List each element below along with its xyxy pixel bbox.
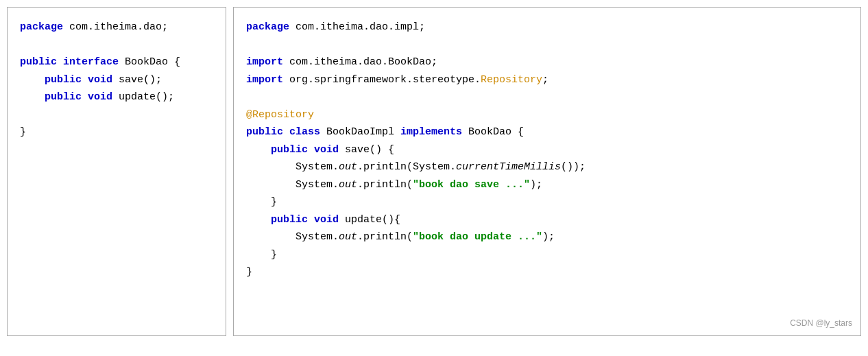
token: import	[246, 56, 289, 68]
code-line	[20, 106, 213, 124]
token: Repository	[481, 74, 542, 86]
token: @Repository	[246, 109, 314, 121]
token: .println(	[357, 231, 413, 243]
token: }	[246, 249, 277, 261]
code-line: System.out.println("book dao save ...");	[246, 176, 848, 194]
code-line: import com.itheima.dao.BookDao;	[246, 54, 848, 71]
code-line: System.out.println(System.currentTimeMil…	[246, 158, 848, 176]
code-line	[20, 36, 213, 54]
code-line	[246, 36, 848, 54]
code-line: }	[246, 193, 848, 211]
token: public	[20, 56, 63, 68]
code-line: public interface BookDao {	[20, 54, 213, 71]
token: implements	[400, 126, 468, 138]
token: public	[246, 214, 314, 226]
token: }	[20, 126, 26, 138]
token: }	[246, 266, 252, 278]
code-line: }	[20, 123, 213, 141]
token: System.	[246, 231, 339, 243]
token: save();	[119, 74, 162, 86]
token: );	[530, 179, 542, 191]
token: ());	[561, 161, 586, 173]
token: com.itheima.dao;	[69, 21, 168, 33]
token: }	[246, 196, 277, 208]
token: com.itheima.dao.impl;	[296, 21, 425, 33]
token: BookDao {	[125, 56, 180, 68]
code-line: System.out.println("book dao update ..."…	[246, 228, 848, 246]
watermark: CSDN @ly_stars	[790, 316, 852, 330]
token: void	[314, 144, 345, 156]
token: public	[246, 126, 289, 138]
token: .println(	[357, 179, 413, 191]
token: void	[88, 91, 119, 103]
token: void	[314, 214, 345, 226]
token: com.itheima.dao.BookDao;	[289, 56, 437, 68]
token: public	[20, 74, 88, 86]
token: );	[542, 231, 555, 243]
code-line: import org.springframework.stereotype.Re…	[246, 71, 848, 89]
token: class	[289, 126, 326, 138]
code-line: public void save();	[20, 71, 213, 89]
token: import	[246, 74, 289, 86]
token: out	[339, 231, 357, 243]
left-code-panel: package com.itheima.dao; public interfac…	[7, 7, 226, 336]
token: public	[20, 91, 88, 103]
code-line: public void update();	[20, 88, 213, 106]
code-line: }	[246, 263, 848, 281]
token: System.	[246, 179, 339, 191]
token: .println(System.	[357, 161, 456, 173]
token: update();	[119, 91, 174, 103]
token: public	[246, 144, 314, 156]
token: System.	[246, 161, 339, 173]
code-line: public class BookDaoImpl implements Book…	[246, 123, 848, 141]
code-line: }	[246, 246, 848, 264]
token: out	[339, 161, 357, 173]
token: save() {	[345, 144, 394, 156]
token: currentTimeMillis	[456, 161, 561, 173]
token: package	[246, 21, 296, 33]
code-line	[246, 88, 848, 106]
token: void	[88, 74, 119, 86]
token: out	[339, 179, 357, 191]
token: BookDaoImpl	[326, 126, 400, 138]
code-line: package com.itheima.dao;	[20, 19, 213, 36]
right-code-panel: package com.itheima.dao.impl; import com…	[233, 7, 861, 336]
token: org.springframework.stereotype.	[289, 74, 481, 86]
token: package	[20, 21, 69, 33]
code-line: @Repository	[246, 106, 848, 124]
code-line: package com.itheima.dao.impl;	[246, 19, 848, 36]
token: ;	[542, 74, 548, 86]
token: "book dao save ..."	[413, 179, 530, 191]
token: BookDao {	[468, 126, 524, 138]
token: interface	[63, 56, 125, 68]
token: "book dao update ..."	[413, 231, 542, 243]
main-container: package com.itheima.dao; public interfac…	[7, 7, 861, 336]
token: update(){	[345, 214, 400, 226]
code-line: public void save() {	[246, 141, 848, 159]
code-line: public void update(){	[246, 211, 848, 229]
